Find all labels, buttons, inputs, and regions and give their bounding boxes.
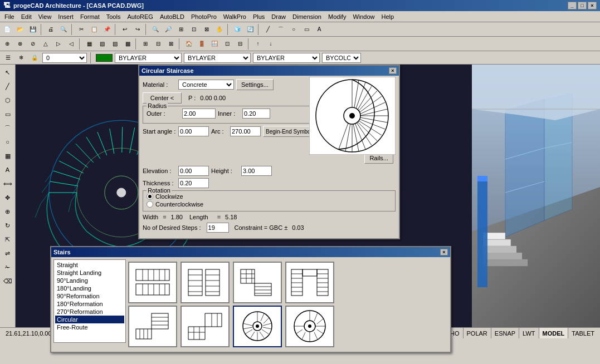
tb2-20[interactable]: ↑ <box>252 38 264 50</box>
menu-modify[interactable]: Modify <box>325 12 349 21</box>
zoom-extent-btn[interactable]: ⊡ <box>188 23 200 36</box>
stair-180-reform[interactable]: 180°Reformation <box>55 300 124 308</box>
counterclockwise-radio[interactable] <box>147 201 153 208</box>
text-tool[interactable]: A <box>1 163 14 176</box>
stair-straight-landing[interactable]: Straight Landing <box>55 269 124 277</box>
inner-input[interactable] <box>242 109 270 119</box>
erase-tool[interactable]: ⌫ <box>1 274 14 288</box>
menu-draw[interactable]: Draw <box>268 12 289 21</box>
menu-file[interactable]: File <box>1 12 18 21</box>
close-btn[interactable]: × <box>588 2 597 9</box>
stair-180-landing[interactable]: 180°Landing <box>55 284 124 292</box>
draw-circle-tool[interactable]: ○ <box>1 135 14 149</box>
tablet-section[interactable]: TABLET <box>568 328 598 338</box>
menu-photopro[interactable]: PhotoPro <box>188 12 220 21</box>
undo-btn[interactable]: ↩ <box>119 23 131 36</box>
polar-section[interactable]: POLAR <box>464 328 491 338</box>
redo-btn[interactable]: ↪ <box>131 23 144 36</box>
stairs-titlebar[interactable]: Stairs × <box>51 247 450 257</box>
thumb-1[interactable] <box>128 262 177 303</box>
orbit-btn[interactable]: 🔄 <box>244 23 256 36</box>
bycolor-select[interactable]: BYCOLOR <box>322 53 361 63</box>
tb2-11[interactable]: ⊞ <box>139 38 152 50</box>
tb2-13[interactable]: ⊠ <box>165 38 177 50</box>
tb2-10[interactable]: ▩ <box>121 38 134 50</box>
stair-type-list[interactable]: Straight Straight Landing 90°Landing 180… <box>53 259 126 343</box>
circular-dialog-titlebar[interactable]: Circular Staircase × <box>139 66 399 76</box>
mirror-tool[interactable]: ⇌ <box>1 247 14 260</box>
menu-view[interactable]: View <box>35 12 55 21</box>
draw-line-tool[interactable]: ╱ <box>1 80 14 93</box>
copy-btn[interactable]: 📋 <box>88 23 100 36</box>
open-btn[interactable]: 📂 <box>14 23 26 36</box>
thumb-8[interactable] <box>285 306 334 347</box>
color-swatch[interactable] <box>96 54 113 62</box>
outer-input[interactable] <box>182 109 216 119</box>
steps-input[interactable] <box>207 223 229 233</box>
zoom-all-btn[interactable]: ⊞ <box>175 23 187 36</box>
settings-btn[interactable]: Settings... <box>236 79 274 90</box>
tb2-17[interactable]: ⊡ <box>221 38 233 50</box>
scale-tool[interactable]: ⇱ <box>1 233 14 246</box>
pan-btn[interactable]: ✋ <box>213 23 226 36</box>
stair-90-reform[interactable]: 90°Reformation <box>55 292 124 300</box>
stairs-close[interactable]: × <box>440 249 448 255</box>
hatch-tool[interactable]: ▦ <box>1 149 14 163</box>
thumb-6[interactable] <box>181 306 230 347</box>
tb2-16[interactable]: 🪟 <box>208 38 221 50</box>
tb2-3[interactable]: ⊘ <box>27 38 39 50</box>
trim-tool[interactable]: ✁ <box>1 260 14 274</box>
menu-edit[interactable]: Edit <box>18 12 35 21</box>
tb2-4[interactable]: △ <box>40 38 52 50</box>
layer-select[interactable]: 0 <box>42 53 87 63</box>
material-select[interactable]: Concrete <box>178 80 234 90</box>
zoom-in-btn[interactable]: 🔍 <box>149 23 162 36</box>
minimize-btn[interactable]: _ <box>568 2 577 9</box>
save-btn[interactable]: 💾 <box>27 23 39 36</box>
stair-circular[interactable]: Circular <box>55 316 124 323</box>
tb2-14[interactable]: 🏠 <box>183 38 195 50</box>
print-btn[interactable]: 🖨 <box>45 23 57 36</box>
center-btn[interactable]: Center < <box>143 92 182 104</box>
menu-insert[interactable]: Insert <box>55 12 77 21</box>
tb2-15[interactable]: 🚪 <box>196 38 208 50</box>
thumb-7-circular[interactable] <box>233 306 282 347</box>
rotate-tool[interactable]: ↻ <box>1 219 14 232</box>
elevation-input[interactable] <box>178 166 209 176</box>
lineweight-select[interactable]: BYLAYER <box>184 53 251 63</box>
tb2-1[interactable]: ⊕ <box>1 38 13 50</box>
draw-rect-tool[interactable]: ▭ <box>1 107 14 121</box>
zoom-window-btn[interactable]: ⊠ <box>201 23 213 36</box>
maximize-btn[interactable]: □ <box>578 2 587 9</box>
thumb-2[interactable] <box>181 262 230 303</box>
print-preview-btn[interactable]: 🔍 <box>57 23 70 36</box>
tb2-6[interactable]: ◁ <box>65 38 77 50</box>
layer-freeze-btn[interactable]: ❄ <box>16 52 27 63</box>
tb2-12[interactable]: ⊟ <box>152 38 164 50</box>
rect-btn[interactable]: ▭ <box>300 23 313 36</box>
layer-lock-btn[interactable]: 🔒 <box>29 52 40 63</box>
paste-btn[interactable]: 📌 <box>101 23 113 36</box>
stair-free-route[interactable]: Free-Route <box>55 323 124 331</box>
zoom-out-btn[interactable]: 🔎 <box>162 23 174 36</box>
menu-walkpro[interactable]: WalkPro <box>220 12 250 21</box>
tb2-7[interactable]: ▦ <box>83 38 95 50</box>
model-section[interactable]: MODEL <box>539 328 569 338</box>
cut-btn[interactable]: ✂ <box>75 23 87 36</box>
dim-tool[interactable]: ⟺ <box>1 177 14 190</box>
start-angle-input[interactable] <box>178 126 209 136</box>
stair-90-landing[interactable]: 90°Landing <box>55 277 124 284</box>
lwt-section[interactable]: LWT <box>519 328 539 338</box>
layer-props-btn[interactable]: ☰ <box>2 52 13 63</box>
menu-tools[interactable]: Tools <box>103 12 124 21</box>
copy-tool[interactable]: ⊕ <box>1 205 14 218</box>
select-tool[interactable]: ↖ <box>1 66 14 79</box>
menu-format[interactable]: Format <box>77 12 103 21</box>
tb2-9[interactable]: ▨ <box>109 38 121 50</box>
linetype-select[interactable]: BYLAYER <box>115 53 182 63</box>
draw-poly-tool[interactable]: ⬡ <box>1 94 14 107</box>
thumb-4[interactable] <box>285 262 334 303</box>
stair-270-reform[interactable]: 270°Reformation <box>55 308 124 316</box>
thumb-5[interactable] <box>128 306 177 347</box>
height-input[interactable] <box>241 166 272 176</box>
